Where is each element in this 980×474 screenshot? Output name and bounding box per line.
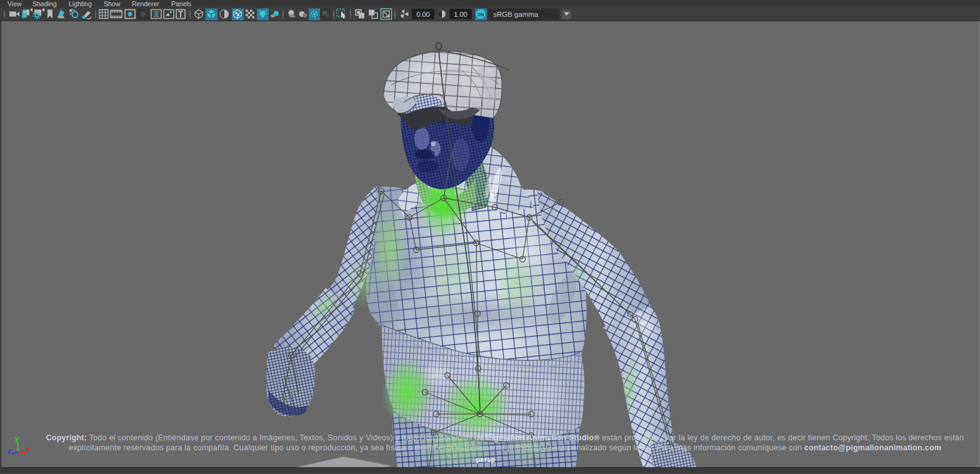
svg-text:y: y (15, 435, 19, 442)
svg-text:0.00: 0.00 (416, 11, 429, 18)
svg-text:ON: ON (478, 12, 484, 17)
svg-text:z: z (8, 447, 11, 455)
svg-text:x: x (26, 445, 31, 452)
svg-text:1.00: 1.00 (454, 11, 467, 18)
svg-text:sRGB gamma: sRGB gamma (493, 11, 539, 18)
